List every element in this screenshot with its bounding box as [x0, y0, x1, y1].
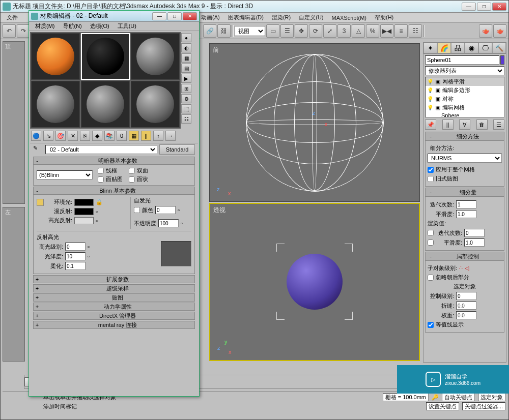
configure-sets-button[interactable]: ☰	[493, 119, 504, 130]
make-unique-button[interactable]: ∀	[459, 119, 470, 130]
iterations-spinner[interactable]	[456, 200, 476, 208]
menu-render[interactable]: 渲染(R)	[269, 13, 294, 22]
ext-params-rollout[interactable]: +扩展参数	[33, 275, 195, 283]
viewport-front[interactable]: 前 x z zx	[209, 43, 420, 202]
opacity-map-button[interactable]: ▫	[181, 220, 183, 226]
material-name-field[interactable]: 02 - Default	[45, 145, 157, 154]
show-result-button[interactable]: ||	[442, 119, 454, 130]
old-map-checkbox[interactable]	[428, 176, 434, 182]
select-button[interactable]: ▭	[266, 24, 279, 38]
r-iter-checkbox[interactable]	[428, 230, 434, 236]
modifier-stack[interactable]: 💡▣网格平滑 💡▣编辑多边形 💡▣对称 💡▣编辑网格 Sphere	[425, 77, 504, 117]
lock-ad-icon[interactable]: 🔒	[96, 199, 103, 206]
spec-level-spinner[interactable]	[65, 243, 86, 251]
put-to-scene-button[interactable]: ↘	[43, 131, 53, 141]
snap-button[interactable]: 3	[337, 24, 351, 38]
blinn-rollout-header[interactable]: -Blinn 基本参数	[33, 187, 195, 195]
gloss-map-button[interactable]: ▫	[88, 253, 90, 259]
get-material-button[interactable]: 🔵	[31, 131, 41, 141]
sample-slot-6[interactable]	[131, 81, 180, 128]
options-button[interactable]: ⚙	[181, 94, 191, 103]
sample-type-button[interactable]: ●	[181, 33, 191, 42]
sample-uv-button[interactable]: ▤	[181, 64, 191, 73]
view-dropdown[interactable]: 视图	[235, 26, 265, 36]
material-editor-titlebar[interactable]: 材质编辑器 - 02 - Default — □ ✕	[29, 11, 199, 22]
subdiv-method-rollout[interactable]: -细分方法	[425, 132, 504, 141]
utilities-tab[interactable]: 🔨	[492, 43, 506, 53]
menu-anim[interactable]: 动画(A)	[198, 13, 223, 22]
object-name-field[interactable]	[425, 55, 499, 65]
mentalray-rollout[interactable]: +mental ray 连接	[33, 321, 195, 329]
create-tab[interactable]: ✦	[423, 43, 437, 53]
sample-slot-2[interactable]	[81, 33, 130, 80]
smoothness-spinner[interactable]	[456, 210, 476, 218]
dynamics-rollout[interactable]: +动力学属性	[33, 303, 195, 311]
unlink-button[interactable]: ⛓	[217, 24, 231, 38]
selfillum-map-button[interactable]: ▫	[178, 207, 180, 213]
shader-dropdown[interactable]: (B)Blinn	[37, 170, 93, 179]
mat-close-button[interactable]: ✕	[183, 12, 197, 20]
remove-mod-button[interactable]: 🗑	[476, 119, 488, 130]
add-time-tag[interactable]: 添加时间标记	[43, 403, 77, 410]
percent-snap-button[interactable]: %	[366, 24, 379, 38]
render-scene-button[interactable]: 🫖	[479, 24, 492, 38]
opacity-spinner[interactable]	[158, 219, 179, 227]
pick-material-button[interactable]: ✎	[33, 145, 43, 154]
assign-to-sel-button[interactable]: 🎯	[55, 131, 66, 141]
whole-mesh-checkbox[interactable]	[428, 167, 434, 173]
menu-file[interactable]: 文件	[4, 13, 21, 22]
make-copy-button[interactable]: ⎘	[80, 131, 90, 141]
set-key-button[interactable]: 设置关键点	[426, 402, 459, 410]
face-map-checkbox[interactable]	[98, 176, 104, 183]
ctrl-level-spinner[interactable]	[456, 292, 476, 300]
viewport-left-left[interactable]: 左	[3, 207, 25, 362]
go-sibling-button[interactable]: →	[165, 131, 176, 141]
go-parent-button[interactable]: ↑	[153, 131, 163, 141]
menu-graph[interactable]: 图表编辑器(D)	[225, 13, 267, 22]
selfillum-color-checkbox[interactable]	[134, 207, 140, 213]
specular-color[interactable]	[74, 217, 94, 224]
display-tab[interactable]: 🖵	[478, 43, 492, 53]
ambient-color[interactable]	[74, 199, 94, 206]
wire-checkbox[interactable]	[98, 168, 104, 174]
directx-rollout[interactable]: +DirectX 管理器	[33, 312, 195, 320]
mirror-button[interactable]: ▶◀	[380, 24, 393, 38]
material-type-button[interactable]: Standard	[159, 144, 195, 155]
auto-key-button[interactable]: 自动关键点	[442, 393, 475, 401]
mtl-map-nav-button[interactable]: ☷	[181, 114, 191, 124]
r-smoothness-spinner[interactable]	[464, 238, 485, 247]
move-button[interactable]: ✥	[295, 24, 308, 38]
soften-spinner[interactable]	[65, 262, 86, 270]
select-name-button[interactable]: ☰	[280, 24, 294, 38]
menu-help[interactable]: 帮助(H)	[372, 13, 397, 22]
key-filter-button[interactable]: 关键点过滤器...	[462, 402, 505, 410]
menu-custom[interactable]: 自定义(U)	[296, 13, 326, 22]
pin-stack-button[interactable]: 📌	[425, 119, 436, 130]
show-map-button[interactable]: ▦	[129, 131, 139, 141]
sample-slot-5[interactable]	[81, 81, 130, 128]
shader-rollout-header[interactable]: -明暗器基本参数	[33, 157, 195, 165]
mat-minimize-button[interactable]: —	[152, 12, 166, 20]
select-by-mat-button[interactable]: ⬚	[181, 104, 191, 113]
modify-tab[interactable]: 🌈	[437, 43, 451, 53]
mat-menu-nav[interactable]: 导航(N)	[60, 22, 85, 31]
undo-button[interactable]: ↶	[3, 24, 16, 38]
show-end-result-button[interactable]: ||	[141, 131, 151, 141]
modifier-list-dropdown[interactable]: 修改器列表	[425, 66, 504, 75]
make-unique-mat-button[interactable]: ◆	[92, 131, 102, 141]
reset-map-button[interactable]: ✕	[68, 131, 78, 141]
layers-button[interactable]: ☷	[409, 24, 422, 38]
mat-id-button[interactable]: 0	[117, 131, 127, 141]
maps-rollout[interactable]: +贴图	[33, 293, 195, 302]
rotate-button[interactable]: ⟳	[309, 24, 322, 38]
maximize-button[interactable]: □	[477, 3, 491, 11]
mat-menu-material[interactable]: 材质(M)	[32, 22, 58, 31]
sample-slot-1[interactable]	[31, 33, 80, 80]
video-check-button[interactable]: ▶	[181, 74, 191, 83]
diffuse-color[interactable]	[74, 208, 94, 215]
isoline-checkbox[interactable]	[428, 322, 434, 328]
local-control-rollout[interactable]: -局部控制	[425, 252, 504, 261]
mat-maximize-button[interactable]: □	[167, 12, 182, 20]
sample-slot-3[interactable]	[131, 33, 180, 80]
make-preview-button[interactable]: ⊞	[181, 84, 191, 93]
